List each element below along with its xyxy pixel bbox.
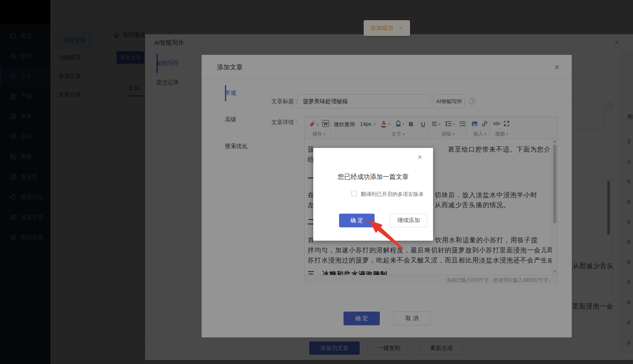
dialog-title: 您已经成功添加一篇文章: [313, 173, 433, 181]
translate-checkbox[interactable]: [351, 191, 357, 196]
annotation-arrow: [362, 217, 406, 253]
translate-checkbox-label[interactable]: 翻译到已开启的多语言版本: [361, 191, 424, 198]
close-icon[interactable]: ✕: [417, 154, 423, 161]
screen: 概况 统计 文章 产品 表单 互动: [0, 0, 633, 364]
